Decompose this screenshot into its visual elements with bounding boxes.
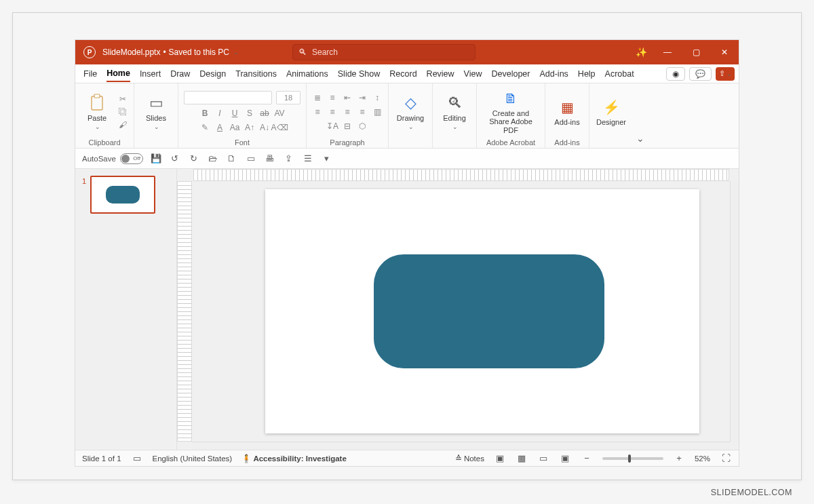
- vertical-ruler[interactable]: [177, 181, 192, 442]
- tab-slideshow[interactable]: Slide Show: [338, 66, 381, 81]
- present-icon[interactable]: ▭: [245, 153, 257, 165]
- sorter-view-icon[interactable]: ▦: [516, 454, 528, 463]
- thumbnail-slide-1[interactable]: 1: [82, 176, 170, 214]
- drawing-button[interactable]: ◇ Drawing ⌄: [394, 88, 427, 136]
- grow-font-icon[interactable]: A↑: [244, 122, 255, 133]
- tab-home[interactable]: Home: [106, 66, 130, 82]
- shrink-font-icon[interactable]: A↓: [259, 122, 270, 133]
- record-indicator-button[interactable]: ◉: [666, 67, 685, 81]
- columns-icon[interactable]: ▥: [372, 106, 383, 117]
- zoom-thumb[interactable]: [628, 454, 631, 463]
- powerpoint-logo-icon: P: [83, 46, 96, 58]
- align-right-icon[interactable]: ≡: [342, 106, 353, 117]
- tab-addins[interactable]: Add-ins: [539, 66, 568, 81]
- touch-icon[interactable]: ☰: [302, 153, 314, 165]
- autosave-toggle[interactable]: Off: [120, 153, 143, 164]
- reading-view-icon[interactable]: ▭: [537, 454, 549, 463]
- slideshow-view-icon[interactable]: ▣: [559, 454, 571, 463]
- minimize-button[interactable]: —: [653, 40, 682, 64]
- bullets-icon[interactable]: ≣: [312, 92, 323, 103]
- close-button[interactable]: ✕: [710, 40, 739, 64]
- tab-review[interactable]: Review: [427, 66, 454, 81]
- open-icon[interactable]: 🗁: [207, 153, 219, 165]
- tab-view[interactable]: View: [464, 66, 482, 81]
- undo-icon[interactable]: ↺: [169, 153, 181, 165]
- export-icon[interactable]: ⇪: [283, 153, 295, 165]
- indent-dec-icon[interactable]: ⇤: [342, 92, 353, 103]
- paste-button[interactable]: Paste ⌄: [81, 88, 113, 136]
- editing-button[interactable]: 🔍︎ Editing ⌄: [438, 88, 471, 136]
- slide-canvas[interactable]: [265, 189, 699, 433]
- align-left-icon[interactable]: ≡: [312, 106, 323, 117]
- justify-icon[interactable]: ≡: [357, 106, 368, 117]
- more-icon[interactable]: ▾: [321, 153, 333, 165]
- vertical-scrollbar[interactable]: [730, 181, 739, 442]
- thumbnail-preview[interactable]: [90, 176, 155, 214]
- zoom-out-icon[interactable]: −: [581, 454, 593, 463]
- strike-icon[interactable]: ab: [259, 108, 270, 119]
- addins-button[interactable]: ▦ Add-ins: [551, 88, 583, 136]
- horizontal-ruler[interactable]: [193, 169, 729, 181]
- italic-icon[interactable]: I: [214, 108, 225, 119]
- underline-icon[interactable]: U: [229, 108, 240, 119]
- save-icon[interactable]: 💾: [150, 153, 162, 165]
- cut-icon[interactable]: ✂: [117, 94, 128, 104]
- chevron-down-icon: ⌄: [95, 123, 100, 130]
- collapse-ribbon-button[interactable]: ⌄: [633, 83, 648, 148]
- text-direction-icon[interactable]: ↧A: [327, 121, 338, 132]
- tab-file[interactable]: File: [83, 66, 97, 81]
- tab-help[interactable]: Help: [578, 66, 596, 81]
- notes-button[interactable]: ≙ Notes: [455, 454, 484, 463]
- print-icon[interactable]: 🖶: [264, 153, 276, 165]
- tab-developer[interactable]: Developer: [491, 66, 530, 81]
- clear-format-icon[interactable]: A⌫: [274, 122, 285, 133]
- search-input[interactable]: 🔍︎ Search: [292, 44, 476, 60]
- smartart-icon[interactable]: ⬡: [357, 121, 368, 132]
- tab-transitions[interactable]: Transitions: [235, 66, 277, 81]
- slide-counter[interactable]: Slide 1 of 1: [82, 454, 121, 463]
- tab-acrobat[interactable]: Acrobat: [605, 66, 634, 81]
- new-icon[interactable]: 🗋: [226, 153, 238, 165]
- bold-icon[interactable]: B: [199, 108, 210, 119]
- accessibility-status[interactable]: 🧍 Accessibility: Investigate: [241, 454, 347, 463]
- fit-window-icon[interactable]: ⛶: [720, 454, 732, 463]
- language-indicator[interactable]: English (United States): [153, 454, 233, 463]
- horizontal-scrollbar[interactable]: [192, 442, 730, 450]
- mic-icon[interactable]: ✨: [629, 47, 653, 58]
- numbering-icon[interactable]: ≡: [327, 92, 338, 103]
- tab-animations[interactable]: Animations: [286, 66, 328, 81]
- redo-icon[interactable]: ↻: [188, 153, 200, 165]
- spacing-icon[interactable]: AV: [274, 108, 285, 119]
- change-case-icon[interactable]: Aa: [229, 122, 240, 133]
- copy-icon[interactable]: ⿻: [117, 106, 128, 117]
- zoom-slider[interactable]: [602, 457, 663, 460]
- tab-design[interactable]: Design: [199, 66, 226, 81]
- share-button[interactable]: ⇧⌄: [716, 67, 735, 81]
- comments-button[interactable]: 💬: [689, 67, 712, 81]
- normal-view-icon[interactable]: ▣: [494, 454, 506, 463]
- line-spacing-icon[interactable]: ↕: [372, 92, 383, 103]
- create-pdf-button[interactable]: 🗎 Create and Share Adobe PDF: [482, 88, 539, 136]
- tab-record[interactable]: Record: [389, 66, 416, 81]
- maximize-button[interactable]: ▢: [682, 40, 710, 64]
- book-icon[interactable]: ▭: [131, 454, 143, 463]
- align-center-icon[interactable]: ≡: [327, 106, 338, 117]
- filename-area[interactable]: SlideModel.pptx • Saved to this PC ⌄: [102, 47, 239, 57]
- format-painter-icon[interactable]: 🖌: [117, 119, 128, 130]
- slides-button[interactable]: ▭ Slides ⌄: [140, 88, 172, 136]
- zoom-percentage[interactable]: 52%: [695, 454, 710, 463]
- tab-insert[interactable]: Insert: [140, 66, 161, 81]
- font-size-input[interactable]: 18: [276, 91, 301, 104]
- font-color-icon[interactable]: A: [214, 122, 225, 133]
- indent-inc-icon[interactable]: ⇥: [357, 92, 368, 103]
- highlight-icon[interactable]: ✎: [199, 122, 210, 133]
- rounded-rectangle-shape[interactable]: [374, 254, 604, 368]
- zoom-in-icon[interactable]: +: [673, 454, 685, 463]
- align-text-icon[interactable]: ⊟: [342, 121, 353, 132]
- shadow-icon[interactable]: S: [244, 108, 255, 119]
- font-family-input[interactable]: [184, 91, 272, 104]
- thumbnail-shape-icon: [106, 186, 140, 203]
- slide-thumbnail-panel[interactable]: 1: [75, 169, 177, 450]
- designer-button[interactable]: ⚡ Designer: [595, 88, 627, 136]
- tab-draw[interactable]: Draw: [170, 66, 190, 81]
